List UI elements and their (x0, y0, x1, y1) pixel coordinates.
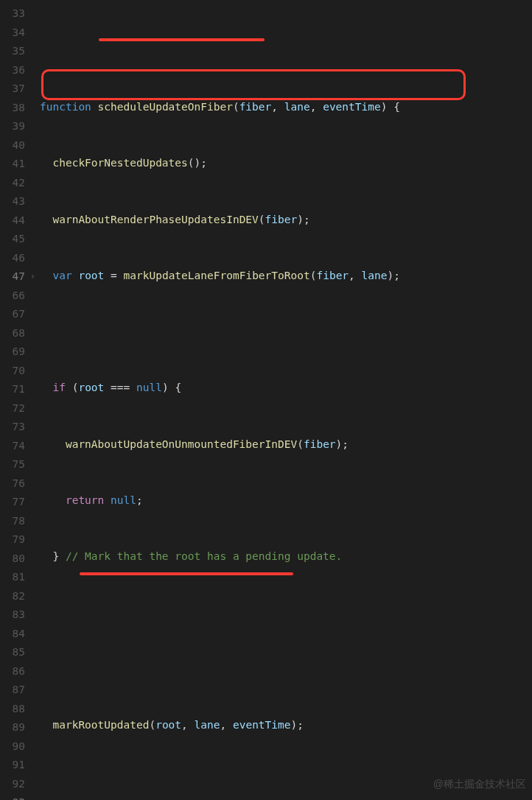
code-line: warnAboutRenderPhaseUpdatesInDEV(fiber); (40, 211, 532, 230)
line-number: 85 (0, 643, 25, 662)
line-number: 77 (0, 493, 25, 512)
code-line: function scheduleUpdateOnFiber(fiber, la… (40, 98, 532, 117)
line-number: 37 (0, 80, 25, 99)
line-number: 83 (0, 606, 25, 625)
line-number: 38 (0, 99, 25, 118)
code-line (40, 42, 532, 61)
line-number: 76 (0, 474, 25, 494)
line-number: 33 (0, 4, 25, 24)
line-number: 34 (0, 24, 25, 43)
line-number: 75 (0, 455, 25, 474)
line-number: 69 (0, 343, 25, 362)
line-number: 42 (0, 174, 25, 193)
line-number: 45 (0, 230, 25, 249)
line-number: 86 (0, 662, 25, 681)
line-number: 68 (0, 324, 25, 343)
line-number-gutter: 33 34 35 36 37 38 39 40 41 42 43 44 45 4… (0, 0, 35, 800)
line-number: 81 (0, 568, 25, 587)
code-editor[interactable]: 33 34 35 36 37 38 39 40 41 42 43 44 45 4… (0, 0, 532, 800)
line-number: 03 (0, 793, 25, 800)
fold-chevron-icon[interactable]: › (27, 267, 35, 287)
line-number: 67 (0, 305, 25, 324)
line-number: 90 (0, 737, 25, 757)
line-number: 70 (0, 362, 25, 381)
line-number: 78 (0, 512, 25, 531)
code-line: if (root === null) { (40, 379, 532, 398)
line-number: 79 (0, 530, 25, 550)
annotation-box (41, 69, 466, 100)
line-number: 71 (0, 380, 25, 399)
code-line (40, 660, 532, 679)
code-line: return null; (40, 491, 532, 510)
line-number: 40 (0, 136, 25, 155)
line-number: 41 (0, 155, 25, 174)
code-area[interactable]: function scheduleUpdateOnFiber(fiber, la… (35, 0, 532, 800)
line-number: 91 (0, 756, 25, 775)
watermark: @稀土掘金技术社区 (433, 775, 526, 793)
code-line: warnAboutUpdateOnUnmountedFiberInDEV(fib… (40, 435, 532, 455)
line-number: 46 (0, 249, 25, 268)
line-number: 44 (0, 211, 25, 231)
line-number: 88 (0, 700, 25, 719)
code-line: var root = markUpdateLaneFromFiberToRoot… (40, 267, 532, 286)
line-number: 39 (0, 117, 25, 136)
line-number: 87 (0, 681, 25, 700)
code-line: markRootUpdated(root, lane, eventTime); (40, 716, 532, 735)
line-number: 35 (0, 42, 25, 61)
line-number: 84 (0, 625, 25, 644)
line-number: 82 (0, 587, 25, 606)
code-line (40, 603, 532, 622)
code-line: } // Mark that the root has a pending up… (40, 547, 532, 566)
code-line: checkForNestedUpdates(); (40, 154, 532, 173)
line-number: 80 (0, 550, 25, 569)
line-number: 73 (0, 418, 25, 437)
line-number: 89 (0, 718, 25, 737)
line-number: 72 (0, 399, 25, 418)
line-number: 43 (0, 192, 25, 211)
annotation-underline-2 (80, 572, 293, 575)
code-line (40, 323, 532, 342)
line-number: 66 (0, 287, 25, 306)
line-number: 47› (0, 267, 25, 287)
line-number: 92 (0, 775, 25, 794)
annotation-underline-1 (99, 38, 265, 41)
line-number: 36 (0, 61, 25, 80)
line-number: 74 (0, 437, 25, 456)
